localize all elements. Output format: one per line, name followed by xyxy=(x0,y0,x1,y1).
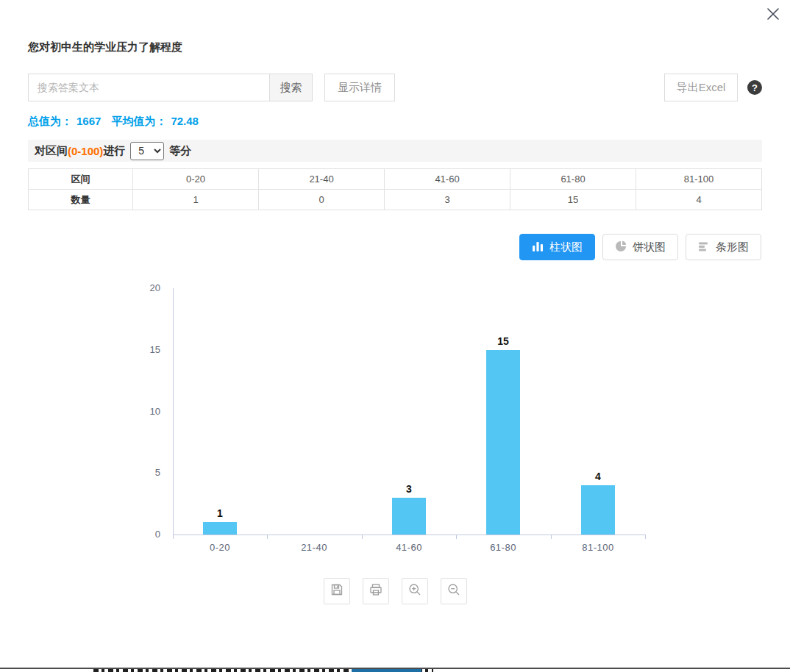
print-icon xyxy=(369,582,383,600)
total-label: 总值为： xyxy=(28,115,72,127)
table-cell: 41-60 xyxy=(385,169,510,190)
row-header: 数量 xyxy=(29,190,133,210)
interval-range: (0-100) xyxy=(68,145,103,157)
row-header: 区间 xyxy=(29,169,133,190)
y-axis-tick-label: 15 xyxy=(116,344,160,355)
y-axis-tick-label: 10 xyxy=(116,406,160,417)
help-icon[interactable]: ? xyxy=(747,80,762,95)
distribution-table: 区间 0-20 21-40 41-60 61-80 81-100 数量 1 0 … xyxy=(28,168,762,210)
close-icon[interactable] xyxy=(765,6,781,22)
zoom-in-icon xyxy=(408,582,422,600)
bar-chart-icon xyxy=(532,240,544,254)
bar-value-label: 4 xyxy=(576,471,620,482)
tab-bar-chart[interactable]: 柱状图 xyxy=(519,234,595,260)
table-cell: 0-20 xyxy=(133,169,259,190)
x-axis-tick xyxy=(267,535,268,539)
show-details-button[interactable]: 显示详情 xyxy=(324,74,395,101)
average-value: 72.48 xyxy=(171,115,199,127)
y-axis-tick-label: 0 xyxy=(116,529,160,540)
table-row: 区间 0-20 21-40 41-60 61-80 81-100 xyxy=(29,169,762,190)
x-axis-tick xyxy=(645,535,646,539)
x-axis-tick xyxy=(362,535,363,539)
bar xyxy=(486,350,520,535)
interval-middle: 进行 xyxy=(103,144,125,158)
question-title: 您对初中生的学业压力了解程度 xyxy=(28,40,182,54)
search-button[interactable]: 搜索 xyxy=(269,74,313,101)
y-axis-line xyxy=(173,288,174,539)
table-cell: 61-80 xyxy=(510,169,636,190)
chart-type-tabs: 柱状图 饼状图 条形图 xyxy=(519,234,761,260)
zoom-out-icon xyxy=(446,582,461,600)
x-axis-category-label: 81-100 xyxy=(551,542,645,553)
occluded-page-content xyxy=(0,668,790,672)
export-excel-button[interactable]: 导出Excel xyxy=(664,74,738,101)
x-axis-tick xyxy=(551,535,552,539)
table-cell: 1 xyxy=(133,190,259,210)
x-axis-category-label: 0-20 xyxy=(173,542,267,553)
interval-count-select[interactable]: 5 xyxy=(130,142,164,160)
tab-pie-chart[interactable]: 饼状图 xyxy=(602,234,678,260)
x-axis-category-label: 21-40 xyxy=(267,542,361,553)
table-row: 数量 1 0 3 15 4 xyxy=(29,190,762,210)
tab-horizontal-bar-chart[interactable]: 条形图 xyxy=(686,234,761,260)
table-cell: 4 xyxy=(636,190,762,210)
pie-chart-icon xyxy=(615,240,627,254)
chart-toolbox xyxy=(0,578,790,604)
table-cell: 81-100 xyxy=(636,169,762,190)
bar-chart: 0510152010-2021-40341-601561-80481-100 xyxy=(0,279,790,562)
x-axis-tick xyxy=(173,535,174,539)
zoom-out-button[interactable] xyxy=(441,578,467,604)
bar xyxy=(581,485,615,535)
zoom-in-button[interactable] xyxy=(402,578,428,604)
total-value: 1667 xyxy=(76,115,101,127)
table-cell: 0 xyxy=(259,190,385,210)
print-button[interactable] xyxy=(363,578,389,604)
table-cell: 3 xyxy=(385,190,510,210)
tab-label: 条形图 xyxy=(716,240,749,254)
stats-line: 总值为：1667平均值为：72.48 xyxy=(28,115,199,129)
tab-label: 柱状图 xyxy=(549,240,583,254)
bar-value-label: 1 xyxy=(198,507,242,519)
x-axis-tick xyxy=(456,535,457,539)
occluded-page-link-sliver xyxy=(352,669,421,672)
search-row: 搜索 显示详情 导出Excel ? xyxy=(28,74,762,101)
x-axis-category-label: 61-80 xyxy=(456,542,550,553)
x-axis-category-label: 41-60 xyxy=(362,542,456,553)
save-icon xyxy=(330,582,344,600)
save-image-button[interactable] xyxy=(324,578,350,604)
interval-suffix: 等分 xyxy=(169,144,191,158)
bar-value-label: 15 xyxy=(481,335,525,347)
bar xyxy=(203,522,237,535)
interval-prefix: 对区间 xyxy=(35,144,68,158)
y-axis-tick-label: 5 xyxy=(116,467,160,478)
tab-label: 饼状图 xyxy=(633,240,666,254)
bar xyxy=(392,498,426,535)
bar-value-label: 3 xyxy=(387,483,431,495)
search-input[interactable] xyxy=(28,74,269,101)
y-axis-tick-label: 20 xyxy=(116,282,160,293)
table-cell: 21-40 xyxy=(259,169,385,190)
horizontal-bar-chart-icon xyxy=(698,240,710,254)
x-axis-line xyxy=(173,535,645,535)
average-label: 平均值为： xyxy=(111,115,166,127)
interval-settings-bar: 对区间(0-100)进行 5 等分 xyxy=(28,140,762,162)
table-cell: 15 xyxy=(510,190,636,210)
